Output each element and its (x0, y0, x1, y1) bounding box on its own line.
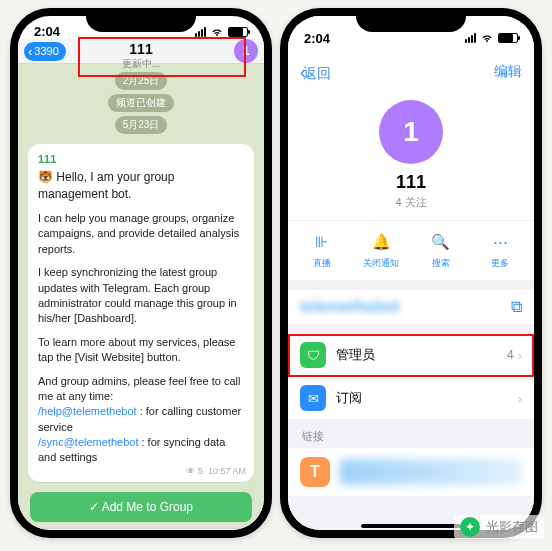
link-tile-icon: T (300, 457, 330, 487)
profile-avatar[interactable]: 1 (379, 100, 443, 164)
battery-icon (228, 27, 248, 37)
follow-count: 4 关注 (288, 195, 534, 210)
chat-avatar[interactable]: 1 (234, 39, 258, 63)
phone-left: 2:04 ‹ 3390 111 更新中... 1 2月25日 频道已创建 (10, 8, 272, 538)
chevron-right-icon: › (518, 391, 522, 406)
message-bubble[interactable]: 111 🐯 Hello, I am your group management … (28, 144, 254, 482)
message-sender: 111 (38, 152, 244, 167)
action-search[interactable]: 🔍 搜索 (411, 231, 471, 270)
wifi-icon (480, 32, 494, 44)
bell-icon: 🔔 (370, 231, 392, 253)
compose-bar: 📎 发布消息 ☺ (18, 528, 264, 530)
bot-icon: 🐯 (38, 170, 56, 184)
admins-label: 管理员 (336, 346, 507, 364)
check-icon: ✓ (89, 500, 102, 514)
notch (86, 8, 196, 32)
message-p2: I keep synchronizing the latest group up… (38, 265, 244, 327)
status-icons (195, 26, 248, 38)
message-p3: To learn more about my services, please … (38, 335, 244, 366)
action-row: ⊪ 直播 🔔 关闭通知 🔍 搜索 ⋯ 更多 (288, 220, 534, 280)
group-name: 111 (288, 172, 534, 193)
back-count: 3390 (34, 45, 58, 57)
profile-nav-bar: ‹返回 编辑 (288, 52, 534, 92)
signal-icon (195, 27, 206, 37)
views-count: 5 (198, 466, 203, 476)
chevron-left-icon: ‹ (28, 44, 32, 59)
back-button[interactable]: ‹ 3390 (24, 42, 66, 61)
info-list: telemethebot ⧉ (288, 290, 534, 324)
status-time: 2:04 (34, 24, 60, 39)
watermark-text: 光影存图 (486, 518, 538, 536)
back-button[interactable]: ‹返回 (300, 62, 331, 83)
phone-right: 2:04 ‹返回 编辑 1 111 4 关注 ⊪ 直播 (280, 8, 542, 538)
wechat-icon: ✦ (460, 517, 480, 537)
chevron-right-icon: › (518, 348, 522, 363)
chip-created: 频道已创建 (108, 94, 174, 112)
live-icon: ⊪ (311, 231, 333, 253)
row-subscribe[interactable]: ✉︎ 订阅 › (288, 377, 534, 419)
home-indicator[interactable] (361, 524, 461, 528)
help-command-link[interactable]: /help@telemethebot (38, 405, 137, 417)
search-icon: 🔍 (430, 231, 452, 253)
link-text-blurred (340, 459, 522, 485)
add-to-group-button[interactable]: ✓ Add Me to Group (30, 492, 252, 522)
subscribe-icon: ✉︎ (300, 385, 326, 411)
status-icons (465, 32, 518, 44)
action-mute[interactable]: 🔔 关闭通知 (352, 231, 412, 270)
settings-list: 🛡 管理员 4 › ✉︎ 订阅 › (288, 334, 534, 419)
row-username[interactable]: telemethebot ⧉ (288, 290, 534, 324)
views-icon: 👁 (186, 466, 198, 476)
wifi-icon (210, 26, 224, 38)
profile-header: 1 111 4 关注 (288, 92, 534, 220)
status-time: 2:04 (304, 31, 330, 46)
message-meta: 👁 5 10:57 AM (186, 465, 246, 478)
battery-icon (498, 33, 518, 43)
links-section-label: 链接 (288, 419, 534, 448)
admins-count: 4 (507, 348, 514, 362)
signal-icon (465, 33, 476, 43)
subscribe-label: 订阅 (336, 389, 514, 407)
chip-date-1[interactable]: 2月25日 (115, 72, 168, 90)
sync-command-link[interactable]: /sync@telemethebot (38, 436, 138, 448)
screen-chat: 2:04 ‹ 3390 111 更新中... 1 2月25日 频道已创建 (18, 16, 264, 530)
username-blurred: telemethebot (300, 298, 511, 316)
chat-body[interactable]: 2月25日 频道已创建 5月23日 111 🐯 Hello, I am your… (18, 64, 264, 528)
watermark: ✦ 光影存图 (454, 515, 544, 539)
link-item-blurred[interactable]: T (288, 448, 534, 496)
shield-icon: 🛡 (300, 342, 326, 368)
chip-date-2[interactable]: 5月23日 (115, 116, 168, 134)
row-admins[interactable]: 🛡 管理员 4 › (288, 334, 534, 377)
message-greeting: Hello, I am your group management bot. (38, 170, 174, 201)
action-live[interactable]: ⊪ 直播 (292, 231, 352, 270)
profile-body[interactable]: 1 111 4 关注 ⊪ 直播 🔔 关闭通知 🔍 搜索 ⋯ (288, 92, 534, 530)
screen-profile: 2:04 ‹返回 编辑 1 111 4 关注 ⊪ 直播 (288, 16, 534, 530)
notch (356, 8, 466, 32)
message-time: 10:57 AM (208, 466, 246, 476)
message-p1: I can help you manage groups, organize c… (38, 211, 244, 257)
date-chips: 2月25日 频道已创建 5月23日 (18, 64, 264, 140)
message-p4: And group admins, please feel free to ca… (38, 375, 240, 402)
more-icon: ⋯ (489, 231, 511, 253)
edit-button[interactable]: 编辑 (494, 63, 522, 81)
qr-icon[interactable]: ⧉ (511, 298, 522, 316)
action-more[interactable]: ⋯ 更多 (471, 231, 531, 270)
chat-nav-bar: ‹ 3390 111 更新中... 1 (18, 39, 264, 64)
